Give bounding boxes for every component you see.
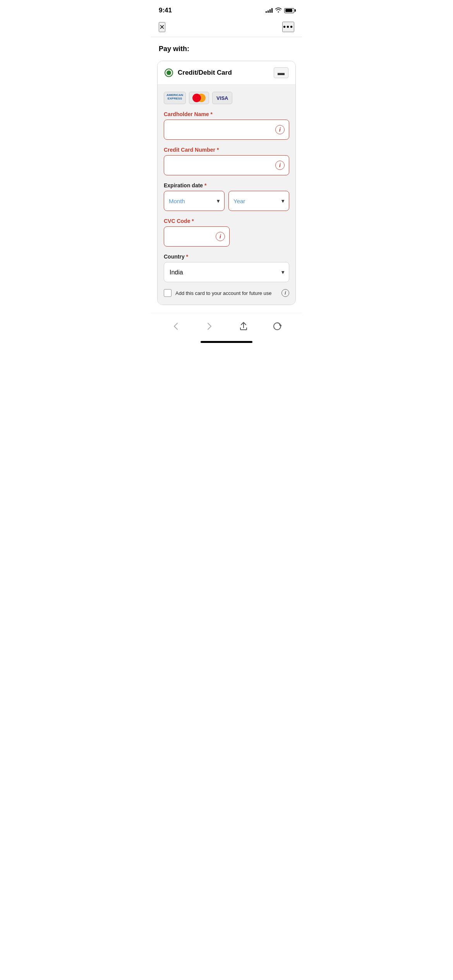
cardholder-name-required: *	[211, 111, 213, 117]
credit-card-number-label: Credit Card Number *	[164, 147, 289, 153]
expiration-date-label: Expiration date *	[164, 182, 289, 188]
back-button[interactable]	[167, 318, 184, 335]
year-select[interactable]: Year 2024 2025 2026 2027 2028 2029 2030	[228, 191, 289, 211]
card-body: AMERICANEXPRESS VISA Cardholder Name * i…	[158, 85, 295, 305]
card-type-icon: ▬	[274, 67, 288, 78]
cardholder-name-label: Cardholder Name *	[164, 111, 289, 117]
country-label: Country *	[164, 254, 289, 260]
battery-icon	[284, 8, 294, 13]
credit-card-number-wrapper: i	[164, 155, 289, 175]
amex-logo: AMERICANEXPRESS	[164, 92, 186, 104]
forward-button[interactable]	[201, 318, 218, 335]
mastercard-logo	[189, 92, 209, 104]
status-time: 9:41	[159, 7, 172, 14]
year-select-wrapper: Year 2024 2025 2026 2027 2028 2029 2030 …	[228, 191, 289, 211]
save-card-checkbox[interactable]	[164, 289, 172, 297]
status-icons	[266, 7, 294, 14]
signal-icon	[266, 8, 273, 13]
header-divider	[151, 37, 302, 37]
wifi-icon	[275, 7, 282, 14]
close-button[interactable]: ×	[159, 22, 165, 32]
pay-with-label: Pay with:	[151, 45, 302, 61]
month-select[interactable]: Month 01 02 03 04 05 06 07 08 09 10 11 1…	[164, 191, 225, 211]
save-card-row: Add this card to your account for future…	[164, 289, 289, 297]
card-symbol: ▬	[278, 69, 285, 77]
home-indicator	[201, 341, 252, 343]
visa-logo: VISA	[212, 92, 232, 104]
refresh-button[interactable]	[269, 318, 286, 335]
save-card-label: Add this card to your account for future…	[175, 290, 278, 296]
save-card-info-icon[interactable]: i	[281, 289, 289, 297]
more-button[interactable]: •••	[282, 22, 294, 32]
top-nav: × •••	[151, 19, 302, 37]
share-button[interactable]	[235, 318, 252, 335]
payment-method-title: Credit/Debit Card	[178, 69, 269, 77]
country-select-wrapper: India United States United Kingdom Austr…	[164, 262, 289, 282]
bottom-nav	[151, 313, 302, 338]
cardholder-name-input[interactable]	[164, 120, 289, 140]
credit-card-info-icon[interactable]: i	[275, 161, 285, 170]
radio-inner	[166, 70, 171, 75]
mc-left-circle	[192, 94, 201, 102]
card-header: Credit/Debit Card ▬	[158, 61, 295, 85]
cardholder-name-wrapper: i	[164, 120, 289, 140]
cardholder-name-info-icon[interactable]: i	[275, 125, 285, 134]
cvc-input-wrapper: i	[164, 226, 230, 247]
payment-method-radio[interactable]	[165, 69, 173, 77]
month-select-wrapper: Month 01 02 03 04 05 06 07 08 09 10 11 1…	[164, 191, 225, 211]
payment-card-container: Credit/Debit Card ▬ AMERICANEXPRESS VISA…	[157, 61, 296, 305]
expiration-date-required: *	[204, 182, 206, 188]
cvc-code-label: CVC Code *	[164, 218, 289, 224]
expiration-row: Month 01 02 03 04 05 06 07 08 09 10 11 1…	[164, 191, 289, 211]
country-required: *	[186, 254, 188, 260]
card-logos: AMERICANEXPRESS VISA	[164, 92, 289, 104]
cvc-info-icon[interactable]: i	[216, 232, 225, 241]
status-bar: 9:41	[151, 0, 302, 19]
cvc-required: *	[192, 218, 194, 224]
credit-card-number-input[interactable]	[164, 155, 289, 175]
credit-card-required: *	[217, 147, 219, 153]
country-select[interactable]: India United States United Kingdom Austr…	[164, 262, 289, 282]
